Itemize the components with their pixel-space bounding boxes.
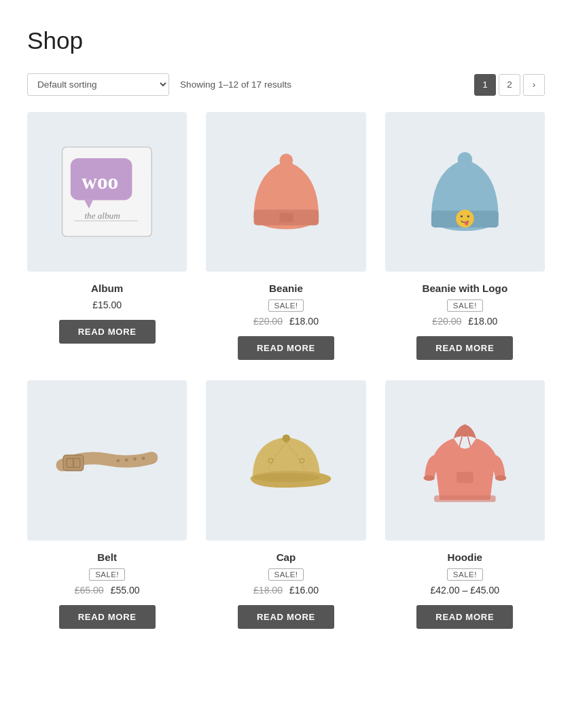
read-more-btn-beanie[interactable]: Read More bbox=[238, 336, 334, 360]
product-card-cap: Cap SALE! £18.00 £16.00 Read More bbox=[206, 380, 365, 628]
svg-line-33 bbox=[467, 437, 470, 447]
page-btn-1[interactable]: 1 bbox=[474, 74, 496, 96]
svg-rect-8 bbox=[279, 213, 293, 222]
product-card-beanie: Beanie SALE! £20.00 £18.00 Read More bbox=[206, 112, 365, 360]
product-price-cap: £18.00 £16.00 bbox=[253, 585, 319, 596]
svg-line-32 bbox=[459, 437, 462, 447]
price-current-belt: £55.00 bbox=[111, 585, 140, 596]
svg-point-21 bbox=[125, 458, 128, 462]
svg-point-25 bbox=[282, 434, 290, 442]
price-current-beanie: £18.00 bbox=[289, 316, 319, 327]
product-image-belt bbox=[27, 380, 187, 540]
sale-badge-belt: SALE! bbox=[89, 568, 125, 581]
product-name-cap: Cap bbox=[276, 551, 296, 563]
svg-point-22 bbox=[133, 457, 137, 460]
read-more-btn-belt[interactable]: Read More bbox=[59, 605, 156, 629]
svg-point-23 bbox=[142, 456, 145, 460]
sort-select[interactable]: Default sorting Sort by popularity Sort … bbox=[27, 73, 169, 96]
product-card-hoodie: Hoodie SALE! £42.00 – £45.00 Read More bbox=[385, 380, 545, 628]
read-more-btn-cap[interactable]: Read More bbox=[238, 605, 334, 629]
product-price-beanie-logo: £20.00 £18.00 bbox=[432, 316, 497, 327]
product-card-album: woo the album Album £15.00 Read More bbox=[27, 112, 187, 360]
product-name-beanie: Beanie bbox=[269, 283, 303, 294]
product-price-belt: £65.00 £55.00 bbox=[75, 585, 140, 596]
price-original-beanie-logo: £20.00 bbox=[432, 316, 461, 327]
pagination: 1 2 › bbox=[474, 74, 545, 96]
sale-badge-beanie-logo: SALE! bbox=[447, 299, 483, 312]
sale-badge-cap: SALE! bbox=[268, 568, 304, 581]
product-image-album: woo the album bbox=[27, 112, 187, 272]
read-more-btn-hoodie[interactable]: Read More bbox=[416, 605, 513, 629]
product-name-beanie-logo: Beanie with Logo bbox=[422, 283, 507, 294]
product-image-cap bbox=[206, 380, 365, 540]
price-current-beanie-logo: £18.00 bbox=[468, 316, 497, 327]
svg-point-15 bbox=[465, 221, 468, 225]
svg-point-14 bbox=[467, 215, 469, 217]
svg-point-13 bbox=[461, 215, 463, 217]
price-range-hoodie: £42.00 – £45.00 bbox=[430, 585, 499, 596]
price-original-belt: £65.00 bbox=[75, 585, 104, 596]
svg-text:the album: the album bbox=[85, 211, 120, 221]
svg-text:woo: woo bbox=[82, 170, 119, 194]
svg-point-9 bbox=[279, 154, 293, 168]
svg-rect-31 bbox=[457, 471, 473, 482]
page-btn-2[interactable]: 2 bbox=[499, 74, 520, 96]
svg-point-20 bbox=[117, 459, 120, 462]
products-grid: woo the album Album £15.00 Read More bbox=[27, 112, 545, 629]
product-name-album: Album bbox=[91, 283, 123, 294]
svg-point-30 bbox=[495, 475, 506, 480]
product-price-beanie: £20.00 £18.00 bbox=[253, 316, 319, 327]
page-title: Shop bbox=[27, 27, 545, 54]
svg-point-29 bbox=[423, 475, 434, 480]
svg-point-16 bbox=[458, 152, 472, 166]
product-image-beanie bbox=[206, 112, 365, 272]
product-price-album: £15.00 bbox=[92, 299, 122, 310]
product-image-beanie-logo bbox=[385, 112, 545, 272]
product-name-belt: Belt bbox=[97, 551, 117, 563]
results-count: Showing 1–12 of 17 results bbox=[180, 79, 291, 90]
page-next-btn[interactable]: › bbox=[523, 74, 545, 96]
product-image-hoodie bbox=[385, 380, 545, 540]
svg-point-12 bbox=[456, 210, 473, 228]
sale-badge-hoodie: SALE! bbox=[447, 568, 483, 581]
product-name-hoodie: Hoodie bbox=[448, 551, 482, 563]
product-price-hoodie: £42.00 – £45.00 bbox=[430, 585, 499, 596]
product-card-belt: Belt SALE! £65.00 £55.00 Read More bbox=[27, 380, 187, 628]
read-more-btn-beanie-logo[interactable]: Read More bbox=[416, 336, 513, 360]
price-original-cap: £18.00 bbox=[253, 585, 283, 596]
read-more-btn-album[interactable]: Read More bbox=[59, 320, 156, 344]
sale-badge-beanie: SALE! bbox=[268, 299, 304, 312]
toolbar: Default sorting Sort by popularity Sort … bbox=[27, 73, 545, 96]
price-current-cap: £16.00 bbox=[289, 585, 319, 596]
price-original-beanie: £20.00 bbox=[253, 316, 283, 327]
product-card-beanie-logo: Beanie with Logo SALE! £20.00 £18.00 Rea… bbox=[385, 112, 545, 360]
svg-point-28 bbox=[253, 473, 320, 481]
svg-rect-34 bbox=[434, 495, 496, 502]
